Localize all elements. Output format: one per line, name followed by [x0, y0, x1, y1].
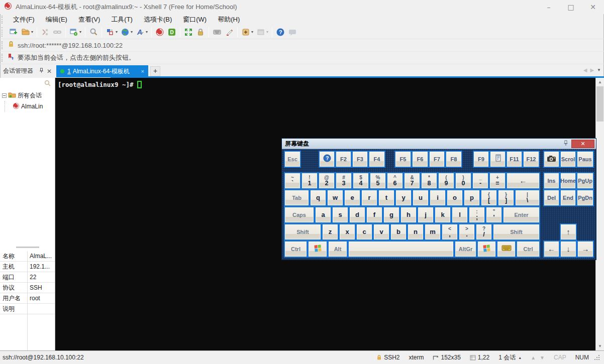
session-search-icon[interactable] — [44, 79, 51, 88]
xshell-button[interactable] — [154, 26, 166, 38]
menu-item-window[interactable]: 窗口(W) — [177, 14, 212, 25]
key-p[interactable]: p — [463, 189, 480, 206]
scrollbar-thumb[interactable] — [596, 86, 603, 122]
key-f1[interactable]: ? — [319, 151, 335, 168]
key-slash[interactable]: ?/ — [475, 223, 492, 240]
key-menu[interactable] — [496, 240, 516, 258]
web-button[interactable]: ▾ — [119, 26, 134, 38]
key-pause[interactable]: Paus — [576, 151, 594, 168]
sidebar-splitter[interactable] — [16, 247, 39, 248]
key-n[interactable]: n — [407, 223, 424, 240]
key-y[interactable]: y — [395, 189, 412, 206]
new-tab-dropdown-icon[interactable]: ▾ — [251, 30, 253, 34]
key-r[interactable]: r — [361, 189, 378, 206]
key-x[interactable]: x — [339, 223, 356, 240]
menu-item-tools[interactable]: 工具(T) — [106, 14, 138, 25]
key-backquote[interactable]: ~` — [284, 172, 301, 189]
tree-item-almalinux-session[interactable]: AlmaLin — [0, 101, 55, 112]
key-pgdn[interactable]: PgDn — [576, 189, 594, 206]
key-f2[interactable]: F2 — [335, 151, 352, 168]
key-9[interactable]: (9 — [438, 172, 455, 189]
key-quote[interactable]: "' — [485, 206, 502, 223]
key-period[interactable]: >. — [458, 223, 475, 240]
font-dropdown-icon[interactable]: ▾ — [146, 30, 148, 34]
xftp-button[interactable]: D — [166, 26, 178, 38]
key-7[interactable]: &7 — [404, 172, 421, 189]
key-rwin[interactable] — [477, 240, 496, 258]
fullscreen-button[interactable] — [182, 26, 194, 38]
key-f[interactable]: f — [366, 206, 383, 223]
key-comma[interactable]: <, — [441, 223, 458, 240]
open-session-button[interactable]: ▾ — [20, 26, 35, 38]
key-4[interactable]: $4 — [352, 172, 369, 189]
new-tab-plus-button[interactable]: + — [150, 66, 160, 76]
key-f6[interactable]: F6 — [412, 151, 429, 168]
status-session-count[interactable]: 1 会话 ▲ — [498, 353, 522, 362]
key-esc[interactable]: Esc — [284, 151, 301, 168]
tab-scroll-left-icon[interactable]: ◀ — [583, 67, 587, 73]
find-button[interactable] — [87, 26, 99, 38]
key-delete[interactable]: Del — [543, 189, 560, 206]
key-t[interactable]: t — [378, 189, 395, 206]
key-q[interactable]: q — [310, 189, 327, 206]
key-enter[interactable]: Enter — [502, 206, 540, 223]
tab-scroll-right-icon[interactable]: ▶ — [590, 67, 594, 73]
new-tab-button[interactable]: ▾ — [240, 26, 255, 38]
key-bracketright[interactable]: }] — [497, 189, 515, 206]
key-alt[interactable]: Alt — [328, 240, 348, 258]
key-f3[interactable]: F3 — [352, 151, 368, 168]
key-pgup[interactable]: PgUp — [576, 172, 594, 189]
osk-title-bar[interactable]: 屏幕键盘 ✕ — [282, 139, 596, 149]
info-grip[interactable] — [2, 54, 4, 62]
panel-pin-icon[interactable] — [38, 68, 45, 75]
key-m[interactable]: m — [424, 223, 441, 240]
tree-item-all-sessions[interactable]: 所有会话 — [0, 90, 55, 101]
tree-collapse-icon[interactable] — [2, 93, 7, 98]
key-c[interactable]: c — [356, 223, 373, 240]
osk-pin-icon[interactable] — [563, 139, 568, 148]
toolbar-grip[interactable] — [2, 27, 4, 37]
key-lctrl[interactable]: Ctrl — [284, 240, 308, 258]
feedback-button[interactable] — [286, 26, 298, 38]
key-o[interactable]: o — [446, 189, 463, 206]
key-f7[interactable]: F7 — [429, 151, 445, 168]
key-lwin[interactable] — [308, 240, 328, 258]
web-dropdown-icon[interactable]: ▾ — [131, 30, 133, 34]
key-k[interactable]: k — [434, 206, 451, 223]
tab-arrange-button[interactable]: ▾ — [255, 26, 270, 38]
address-bar[interactable]: ssh://root:******@192.168.10.100:22 — [0, 39, 604, 52]
key-left[interactable]: ← — [543, 240, 560, 258]
scroll-top-icon[interactable]: ▲ — [531, 355, 536, 360]
new-session-button[interactable] — [8, 26, 20, 38]
reconnect-button[interactable] — [51, 26, 63, 38]
key-altgr[interactable]: AltGr — [454, 240, 477, 258]
key-s[interactable]: s — [332, 206, 349, 223]
osk-close-button[interactable]: ✕ — [571, 140, 594, 148]
key-b[interactable]: b — [390, 223, 407, 240]
address-grip[interactable] — [2, 41, 4, 50]
layout-dropdown-icon[interactable]: ▾ — [116, 30, 118, 34]
key-a[interactable]: a — [315, 206, 332, 223]
key-3[interactable]: #3 — [335, 172, 352, 189]
menu-item-file[interactable]: 文件(F) — [8, 14, 40, 25]
key-g[interactable]: g — [383, 206, 400, 223]
key-caps[interactable]: Caps — [284, 206, 315, 223]
key-equals[interactable]: += — [489, 172, 506, 189]
menu-item-help[interactable]: 帮助(H) — [212, 14, 245, 25]
scrollbar-up-icon[interactable]: ▲ — [596, 78, 604, 86]
key-f10[interactable] — [489, 151, 506, 168]
tab-list-dropdown-icon[interactable]: ▼ — [597, 68, 601, 72]
key-6[interactable]: ^6 — [386, 172, 404, 189]
key-insert[interactable]: Ins — [543, 172, 560, 189]
virtual-keyboard-button[interactable] — [211, 26, 223, 38]
key-e[interactable]: e — [344, 189, 361, 206]
key-tab[interactable]: Tab — [284, 189, 310, 206]
key-d[interactable]: d — [349, 206, 366, 223]
lock-screen-button[interactable] — [194, 26, 207, 38]
key-1[interactable]: !1 — [301, 172, 318, 189]
menu-item-tab[interactable]: 选项卡(B) — [138, 14, 177, 25]
key-prtscn[interactable] — [543, 151, 560, 168]
key-end[interactable]: End — [560, 189, 576, 206]
key-f8[interactable]: F8 — [445, 151, 462, 168]
key-0[interactable]: )0 — [455, 172, 472, 189]
